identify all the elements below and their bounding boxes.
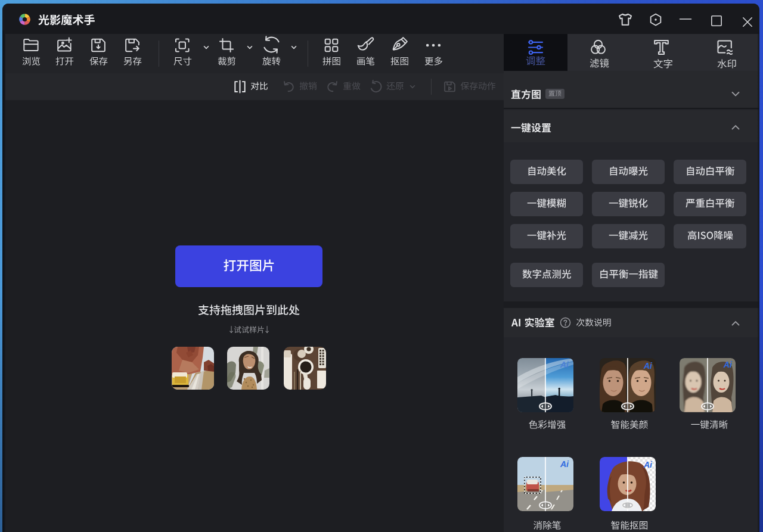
svg-text:Ai: Ai bbox=[560, 360, 569, 369]
svg-text:Ai: Ai bbox=[643, 361, 653, 371]
svg-text:Ai: Ai bbox=[643, 460, 653, 469]
svg-text:Ai: Ai bbox=[723, 360, 733, 369]
svg-text:Ai: Ai bbox=[560, 459, 569, 469]
